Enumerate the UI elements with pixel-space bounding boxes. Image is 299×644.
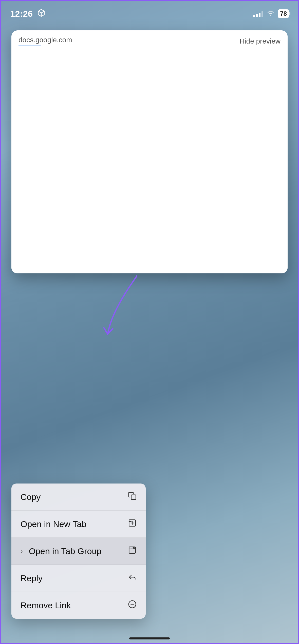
status-bar: 12:26 78 xyxy=(0,0,299,22)
menu-label-open-tab-group: Open in Tab Group xyxy=(29,546,102,556)
menu-item-remove-link[interactable]: Remove Link xyxy=(11,592,146,619)
preview-header: docs.google.com Hide preview xyxy=(11,30,288,49)
svg-rect-6 xyxy=(129,547,136,553)
copy-icon xyxy=(128,492,137,502)
menu-item-open-tab-group[interactable]: › Open in Tab Group xyxy=(11,538,146,565)
preview-url: docs.google.com xyxy=(18,36,72,44)
status-right: 78 xyxy=(253,9,289,18)
chevron-right-icon: › xyxy=(21,547,23,555)
menu-label-open-new-tab: Open in New Tab xyxy=(21,519,86,529)
status-time: 12:26 xyxy=(10,9,33,19)
wifi-icon xyxy=(267,10,274,18)
menu-item-reply[interactable]: Reply xyxy=(11,565,146,592)
menu-item-copy-left: Copy xyxy=(21,492,41,502)
reply-icon xyxy=(128,573,137,583)
home-indicator xyxy=(129,637,170,639)
signal-bar-4 xyxy=(261,11,263,17)
menu-item-remove-link-left: Remove Link xyxy=(21,600,71,610)
cube-icon xyxy=(37,9,45,19)
battery-indicator: 78 xyxy=(278,9,289,18)
url-underline xyxy=(18,46,41,46)
signal-bars xyxy=(253,10,263,17)
status-left: 12:26 xyxy=(10,9,45,19)
preview-card: docs.google.com Hide preview xyxy=(11,30,288,273)
preview-content xyxy=(11,49,288,272)
menu-item-copy[interactable]: Copy xyxy=(11,484,146,511)
menu-label-reply: Reply xyxy=(21,573,43,583)
open-new-tab-icon xyxy=(128,519,137,529)
menu-label-remove-link: Remove Link xyxy=(21,600,71,610)
url-container: docs.google.com xyxy=(18,36,72,46)
menu-label-copy: Copy xyxy=(21,492,41,502)
menu-item-reply-left: Reply xyxy=(21,573,43,583)
hide-preview-button[interactable]: Hide preview xyxy=(239,37,281,45)
menu-item-open-tab-group-left: › Open in Tab Group xyxy=(21,546,101,556)
menu-item-open-new-tab-left: Open in New Tab xyxy=(21,519,86,529)
menu-item-open-new-tab[interactable]: Open in New Tab xyxy=(11,511,146,538)
remove-link-icon xyxy=(128,600,137,611)
battery-percent: 78 xyxy=(280,10,287,17)
context-menu: Copy Open in New Tab › Open in xyxy=(11,484,146,619)
svg-rect-1 xyxy=(131,495,136,499)
signal-bar-2 xyxy=(256,14,258,17)
signal-bar-3 xyxy=(259,13,260,17)
signal-bar-1 xyxy=(253,15,255,17)
open-tab-group-icon xyxy=(128,546,137,556)
